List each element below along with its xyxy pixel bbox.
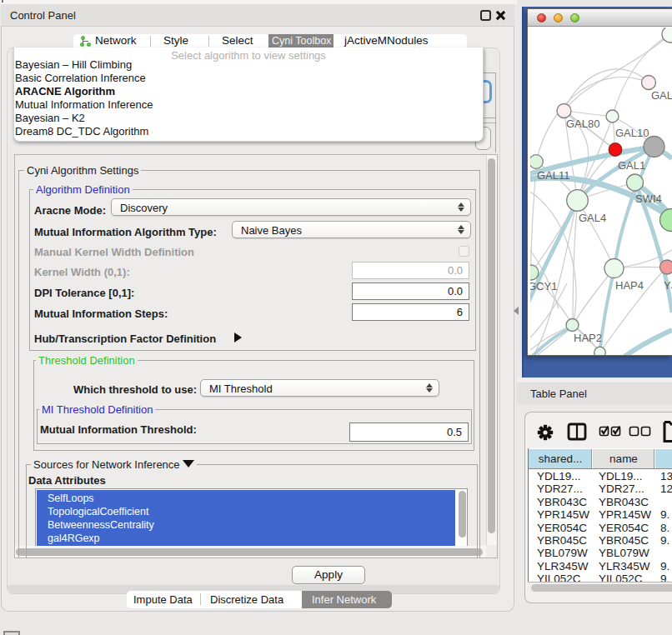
svg-text:GCY1: GCY1 (530, 280, 557, 292)
svg-text:GAL7: GAL7 (651, 89, 672, 102)
svg-text:GAL11: GAL11 (537, 169, 570, 182)
svg-text:GAL1: GAL1 (618, 159, 645, 172)
svg-text:SWI4: SWI4 (635, 192, 662, 205)
svg-text:GAL80: GAL80 (566, 118, 599, 130)
svg-text:HAP2: HAP2 (574, 332, 602, 344)
svg-text:GAL10: GAL10 (615, 127, 649, 139)
svg-text:HAP4: HAP4 (615, 279, 644, 292)
svg-text:YJ: YJ (664, 279, 672, 292)
svg-text:GAL4: GAL4 (579, 212, 606, 224)
